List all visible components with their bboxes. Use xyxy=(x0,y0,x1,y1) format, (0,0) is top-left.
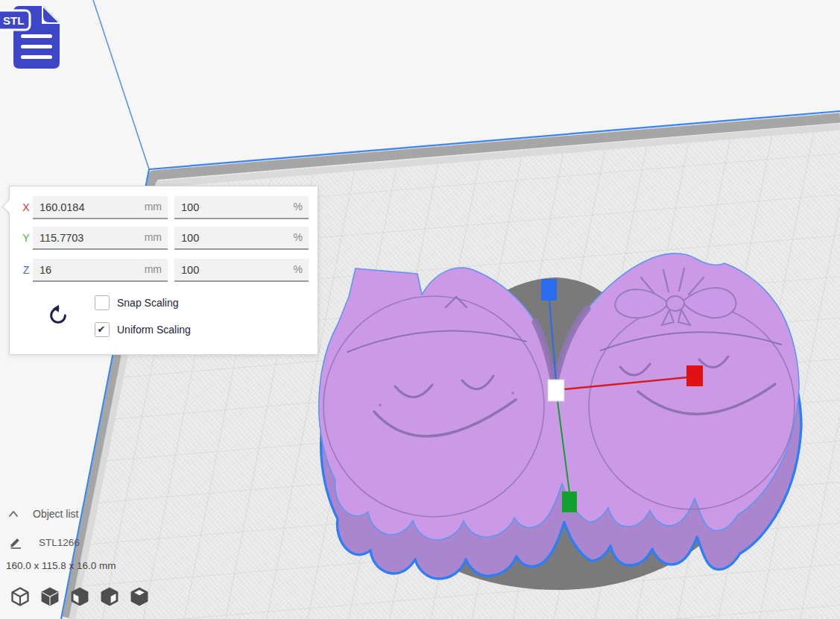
reset-arrow-icon xyxy=(48,304,69,326)
view-top-button[interactable] xyxy=(128,586,151,609)
scale-handle-center[interactable] xyxy=(548,380,564,401)
view-front-icon xyxy=(69,586,90,607)
view-3d-button[interactable] xyxy=(9,586,31,609)
scale-row-x: X mm % xyxy=(10,196,318,219)
uniform-scaling-label: Uniform Scaling xyxy=(117,324,191,336)
view-solid-cube-icon xyxy=(40,586,60,607)
view-front-button[interactable] xyxy=(69,586,91,609)
camera-view-toolbar xyxy=(9,586,151,609)
z-mm-input[interactable] xyxy=(33,259,168,280)
z-mm-field-wrap: mm xyxy=(33,259,168,282)
uniform-scaling-row[interactable]: Uniform Scaling xyxy=(95,322,191,337)
snap-scaling-row[interactable]: Snap Scaling xyxy=(95,295,179,310)
object-list-item[interactable]: STL1266 xyxy=(9,535,80,549)
snap-scaling-label: Snap Scaling xyxy=(117,297,179,309)
scale-handle-x[interactable] xyxy=(686,365,703,386)
view-left-button[interactable] xyxy=(98,586,121,609)
model-dimensions-readout: 160.0 x 115.8 x 16.0 mm xyxy=(6,560,116,571)
snap-scaling-checkbox[interactable] xyxy=(95,295,110,310)
object-list-label: Object list xyxy=(33,508,78,520)
x-mm-field-wrap: mm xyxy=(33,196,168,219)
y-mm-input[interactable] xyxy=(33,227,168,248)
axis-label-x: X xyxy=(19,196,34,219)
uniform-scaling-checkbox[interactable] xyxy=(95,322,110,337)
scale-row-y: Y mm % xyxy=(10,227,318,250)
view-solid-button[interactable] xyxy=(39,586,61,609)
panel-pointer-arrow xyxy=(1,198,10,215)
scale-row-z: Z mm % xyxy=(10,259,318,282)
y-percent-field-wrap: % xyxy=(174,227,309,250)
object-list-header[interactable]: Object list xyxy=(7,508,78,520)
pencil-icon xyxy=(9,535,22,549)
axis-label-y: Y xyxy=(19,227,34,250)
y-percent-input[interactable] xyxy=(174,227,309,248)
view-left-icon xyxy=(99,586,120,607)
view-3d-icon xyxy=(10,586,31,607)
stl-badge-label: STL xyxy=(3,14,24,27)
y-mm-field-wrap: mm xyxy=(33,227,168,250)
chevron-up-icon xyxy=(7,509,19,519)
x-percent-input[interactable] xyxy=(174,196,309,218)
z-percent-input[interactable] xyxy=(174,259,309,280)
view-top-icon xyxy=(129,586,150,607)
x-percent-field-wrap: % xyxy=(174,196,309,219)
stl-file-icon: STL xyxy=(0,0,72,75)
z-percent-field-wrap: % xyxy=(174,259,309,282)
scale-handle-y[interactable] xyxy=(562,491,577,512)
scale-tool-panel: X mm % Y mm % Z mm % xyxy=(9,186,318,355)
object-name: STL1266 xyxy=(39,537,80,548)
x-mm-input[interactable] xyxy=(33,196,168,218)
reset-scale-button[interactable] xyxy=(47,304,69,327)
scale-handle-z[interactable] xyxy=(541,279,557,301)
axis-label-z: Z xyxy=(19,259,34,282)
